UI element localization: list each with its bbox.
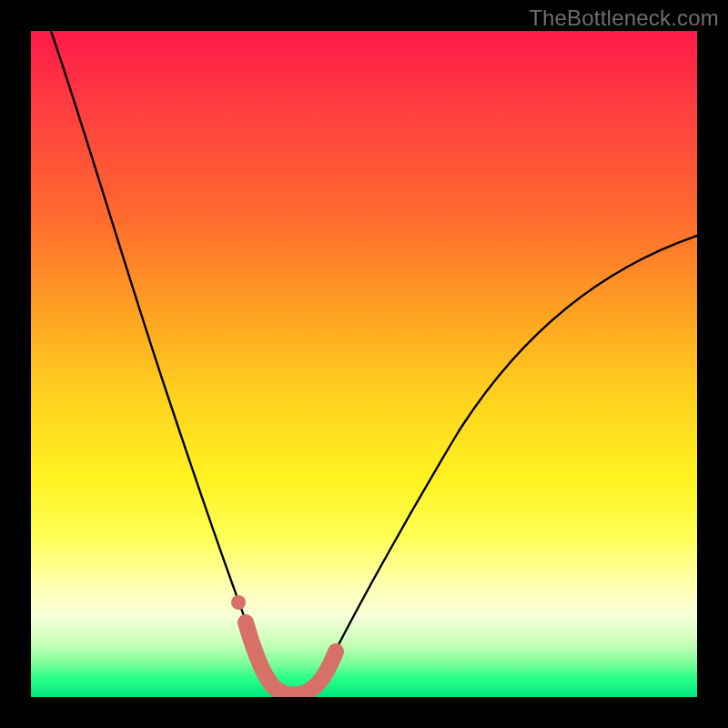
watermark-text: TheBottleneck.com <box>529 5 719 31</box>
plot-area <box>31 31 697 697</box>
highlight-dot-icon <box>231 595 246 610</box>
highlight-segment <box>246 622 336 694</box>
bottleneck-curve <box>51 31 697 693</box>
curve-svg <box>31 31 697 697</box>
chart-frame: TheBottleneck.com <box>0 0 728 728</box>
